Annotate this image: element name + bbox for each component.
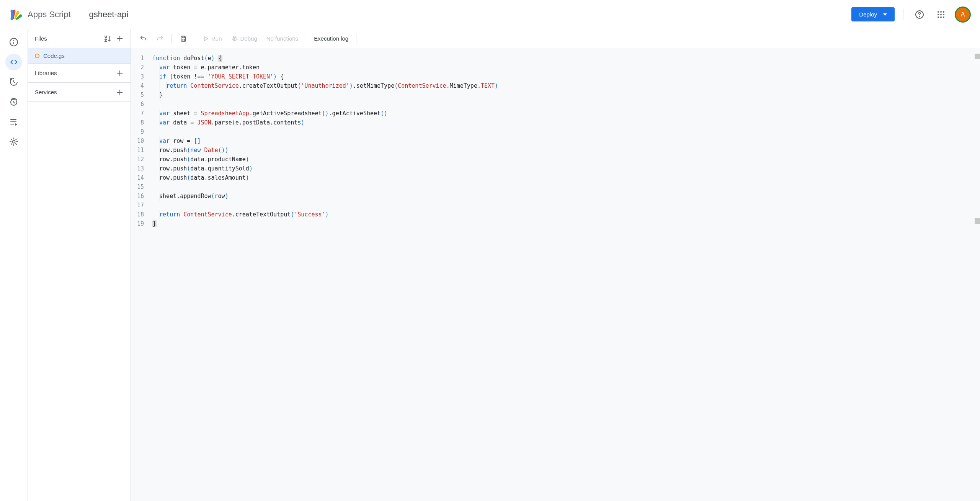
svg-point-9 (943, 11, 944, 13)
apps-grid-icon (937, 11, 945, 18)
plus-icon (116, 69, 124, 77)
code-content[interactable]: function doPost(e) { var token = e.param… (149, 48, 980, 501)
file-name: Code.gs (43, 52, 65, 59)
rail-triggers-button[interactable] (5, 74, 22, 90)
code-editor[interactable]: 12345678910111213141516171819 function d… (131, 48, 980, 501)
svg-rect-22 (182, 39, 185, 41)
svg-point-6 (919, 16, 920, 16)
svg-point-17 (13, 40, 15, 41)
deploy-button[interactable]: Deploy (851, 7, 895, 21)
clock-icon (9, 97, 18, 106)
apps-script-logo-icon[interactable] (8, 7, 23, 22)
files-header-label: Files (35, 35, 47, 42)
help-button[interactable] (912, 7, 927, 22)
save-button[interactable] (176, 32, 191, 46)
function-select[interactable]: No functions (263, 32, 302, 46)
svg-point-4 (11, 17, 13, 20)
debug-label: Debug (240, 35, 257, 42)
line-gutter: 12345678910111213141516171819 (131, 48, 149, 501)
play-icon (203, 36, 209, 42)
files-header: Files (28, 29, 131, 48)
code-icon (9, 57, 18, 67)
info-icon (9, 38, 18, 47)
scrollbar-marker (975, 218, 980, 224)
svg-point-1 (13, 10, 16, 12)
deploy-label: Deploy (859, 11, 877, 18)
divider (195, 34, 195, 43)
svg-point-2 (17, 11, 20, 13)
execution-log-button[interactable]: Execution log (310, 32, 352, 46)
add-library-button[interactable] (114, 67, 126, 79)
rail-logs-button[interactable] (5, 113, 22, 130)
function-select-label: No functions (266, 35, 298, 42)
apps-menu-button[interactable] (933, 7, 949, 22)
sort-alpha-icon (103, 34, 112, 43)
rail-editor-button[interactable] (5, 54, 22, 70)
file-item[interactable]: Code.gs (28, 48, 131, 64)
add-service-button[interactable] (114, 86, 126, 98)
avatar-letter: A (961, 11, 965, 18)
avatar[interactable]: A (955, 7, 971, 23)
divider (306, 34, 306, 43)
rail-executions-button[interactable] (5, 93, 22, 110)
unsaved-indicator-icon (35, 54, 39, 58)
services-header: Services (28, 83, 131, 102)
header-left: Apps Script gsheet-api (8, 7, 128, 22)
undo-icon (139, 35, 147, 43)
svg-point-20 (13, 141, 15, 143)
svg-point-12 (943, 14, 944, 15)
svg-point-3 (20, 14, 22, 17)
redo-icon (156, 35, 164, 43)
rail-overview-button[interactable] (5, 34, 22, 51)
add-file-button[interactable] (114, 33, 126, 45)
svg-point-8 (940, 11, 942, 13)
main: Files Code.gs Libraries (0, 29, 980, 501)
libraries-label: Libraries (35, 70, 57, 76)
project-name[interactable]: gsheet-api (89, 10, 129, 20)
header: Apps Script gsheet-api Deploy A (0, 0, 980, 29)
history-icon (9, 77, 18, 87)
bug-icon (231, 35, 238, 42)
left-rail (0, 29, 28, 501)
libraries-header: Libraries (28, 64, 131, 83)
svg-point-15 (943, 16, 944, 18)
svg-point-7 (938, 11, 939, 13)
files-panel: Files Code.gs Libraries (28, 29, 131, 501)
save-icon (180, 35, 187, 43)
plus-icon (116, 88, 124, 97)
help-icon (915, 10, 924, 19)
gear-icon (9, 137, 18, 146)
debug-button[interactable]: Debug (227, 32, 261, 46)
sort-files-button[interactable] (101, 33, 114, 45)
divider (903, 9, 903, 20)
divider (172, 34, 172, 43)
redo-button[interactable] (152, 32, 168, 46)
plus-icon (116, 34, 124, 43)
list-play-icon (9, 117, 18, 126)
chevron-down-icon (883, 13, 887, 16)
header-right: Deploy A (851, 7, 971, 23)
services-label: Services (35, 89, 57, 95)
svg-point-10 (938, 14, 939, 15)
execution-log-label: Execution log (314, 35, 348, 42)
app-title: Apps Script (28, 10, 71, 20)
undo-button[interactable] (136, 32, 151, 46)
scrollbar-marker (975, 54, 980, 59)
svg-point-0 (11, 10, 13, 12)
run-label: Run (211, 35, 222, 42)
editor-area: Run Debug No functions Execution log 123… (131, 29, 980, 501)
rail-settings-button[interactable] (5, 133, 22, 150)
svg-point-14 (940, 16, 942, 18)
svg-rect-21 (182, 36, 185, 38)
svg-point-13 (938, 16, 939, 18)
divider (356, 34, 356, 43)
run-button[interactable]: Run (199, 32, 226, 46)
svg-point-11 (940, 14, 942, 15)
svg-rect-18 (13, 42, 14, 44)
editor-toolbar: Run Debug No functions Execution log (131, 29, 980, 48)
